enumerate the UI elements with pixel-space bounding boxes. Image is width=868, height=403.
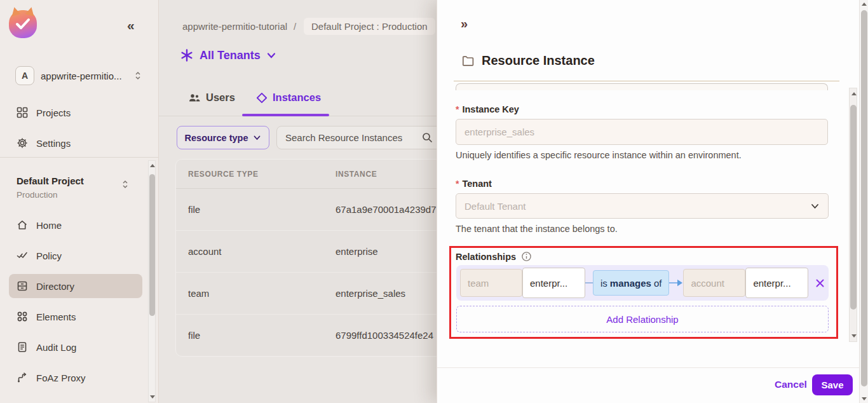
scroll-up-icon[interactable]	[862, 3, 867, 6]
scrolled-field-edge	[456, 83, 828, 90]
tab-users[interactable]: Users	[188, 92, 235, 104]
drawer-footer-divider	[437, 367, 860, 368]
instances-diamond-icon	[256, 92, 268, 104]
relation-name: manages	[610, 278, 651, 289]
relationships-label-row: Relationships	[456, 251, 532, 262]
resource-type-filter-label: Resource type	[185, 133, 248, 143]
sidebar-scrollbar-thumb[interactable]	[149, 174, 155, 316]
relationships-label: Relationships	[456, 252, 516, 262]
sidebar-item-foaz-proxy[interactable]: FoAz Proxy	[9, 365, 142, 390]
drawer-scrollbar-thumb[interactable]	[850, 105, 857, 310]
sidebar-item-label: Policy	[36, 250, 62, 261]
tenant-select[interactable]: Default Tenant	[456, 193, 829, 219]
sidebar-item-home[interactable]: Home	[9, 213, 142, 237]
updown-icon	[133, 71, 142, 81]
resource-instance-drawer: » Resource Instance * Instance Key Uniqu…	[437, 0, 859, 403]
save-button[interactable]: Save	[812, 374, 853, 395]
tab-instances[interactable]: Instances	[256, 92, 321, 104]
project-name: Default Project	[17, 175, 84, 186]
instance-key-label: * Instance Key	[456, 104, 519, 114]
drawer-header-divider	[454, 81, 839, 81]
policy-icon	[17, 250, 28, 261]
sidebar-item-label: FoAz Proxy	[36, 372, 86, 383]
add-relationship-button[interactable]: Add Relationship	[456, 306, 829, 332]
sidebar-collapse-icon[interactable]: «	[127, 18, 135, 33]
gear-icon	[17, 137, 28, 149]
search-icon	[421, 132, 433, 144]
asterisk-icon	[180, 48, 194, 62]
tenant-selector[interactable]: All Tenants	[180, 48, 276, 62]
breadcrumb-org[interactable]: appwrite-permitio-tutorial	[182, 21, 287, 32]
sidebar-item-label: Home	[36, 220, 62, 231]
chevron-down-icon	[810, 202, 820, 211]
audit-log-icon	[17, 341, 28, 353]
window-scrollbar-thumb[interactable]	[861, 10, 867, 386]
sidebar-item-label: Audit Log	[36, 342, 76, 353]
cell-resource-type: account	[188, 246, 222, 257]
object-type-box[interactable]: account	[683, 269, 745, 297]
relation-suffix: of	[654, 278, 662, 289]
search-input[interactable]	[276, 126, 445, 149]
subject-instance-box[interactable]: enterpr...	[522, 268, 585, 298]
tenant-label: * Tenant	[456, 179, 492, 189]
info-icon[interactable]	[521, 251, 532, 262]
sidebar-scrollbar[interactable]	[148, 160, 156, 402]
home-icon	[17, 219, 28, 231]
object-instance-box[interactable]: enterpr...	[745, 268, 808, 298]
breadcrumb-separator: /	[294, 21, 296, 32]
required-marker: *	[456, 104, 459, 114]
relation-connector-line	[585, 282, 593, 283]
drawer-title-row: Resource Instance	[462, 53, 595, 68]
project-switcher-updown-icon[interactable]	[121, 179, 130, 189]
scroll-up-icon[interactable]	[851, 92, 857, 95]
instance-key-input[interactable]	[456, 119, 828, 145]
sidebar-item-settings[interactable]: Settings	[9, 131, 142, 155]
tenant-helper: The tenant that the instance belongs to.	[456, 224, 618, 234]
cell-instance: enterprise_sales	[336, 288, 405, 299]
relationship-row: team enterpr... is manages of account en…	[456, 265, 829, 301]
drawer-collapse-icon[interactable]: »	[461, 17, 468, 31]
scroll-down-icon[interactable]	[851, 334, 857, 338]
breadcrumb-project-env[interactable]: Default Project : Production	[304, 18, 435, 35]
workspace-avatar: A	[15, 66, 34, 85]
resource-type-filter-button[interactable]: Resource type	[177, 126, 269, 149]
workspace-name: appwrite-permitio...	[41, 71, 127, 81]
column-header-instance: INSTANCE	[336, 170, 377, 179]
relation-prefix: is	[600, 278, 607, 289]
sidebar-item-audit-log[interactable]: Audit Log	[9, 335, 142, 359]
remove-relationship-icon[interactable]	[815, 278, 825, 288]
sidebar-item-elements[interactable]: Elements	[9, 304, 142, 329]
relation-chip[interactable]: is manages of	[593, 270, 669, 296]
directory-icon	[17, 280, 28, 292]
cell-instance: 6799ffd100334524fe24	[336, 330, 433, 341]
relation-arrow-icon	[669, 278, 683, 287]
active-tab-underline	[242, 114, 329, 116]
cancel-button[interactable]: Cancel	[775, 379, 807, 390]
required-marker: *	[456, 179, 459, 189]
sidebar-item-label: Directory	[36, 281, 74, 292]
sidebar-item-projects[interactable]: Projects	[9, 100, 142, 125]
subject-type-box[interactable]: team	[460, 269, 522, 297]
proxy-icon	[17, 372, 28, 383]
cell-resource-type: file	[188, 204, 200, 215]
tab-label: Instances	[273, 92, 321, 104]
workspace-selector[interactable]: A appwrite-permitio...	[15, 66, 142, 85]
sidebar: « A appwrite-permitio... Projects Settin…	[0, 0, 159, 403]
scroll-down-icon[interactable]	[862, 397, 867, 400]
search-resource-instances	[276, 126, 445, 149]
tenant-select-value: Default Tenant	[465, 201, 810, 212]
cell-instance: 67a1a9e70001a4239d71	[336, 204, 442, 215]
scroll-down-icon[interactable]	[150, 395, 155, 399]
scroll-up-icon[interactable]	[150, 164, 155, 167]
window-scrollbar[interactable]	[859, 0, 868, 403]
cell-resource-type: file	[188, 330, 200, 341]
elements-icon	[17, 311, 28, 322]
sidebar-item-directory[interactable]: Directory	[9, 274, 142, 298]
drawer-scrollbar[interactable]	[849, 88, 857, 342]
permit-logo-icon	[9, 10, 37, 38]
drawer-title: Resource Instance	[482, 53, 595, 68]
sidebar-item-policy[interactable]: Policy	[9, 243, 142, 268]
instance-key-helper: Uniquely identifies a specific resource …	[456, 150, 742, 160]
chevron-down-icon	[266, 50, 276, 60]
sidebar-divider	[0, 157, 158, 158]
